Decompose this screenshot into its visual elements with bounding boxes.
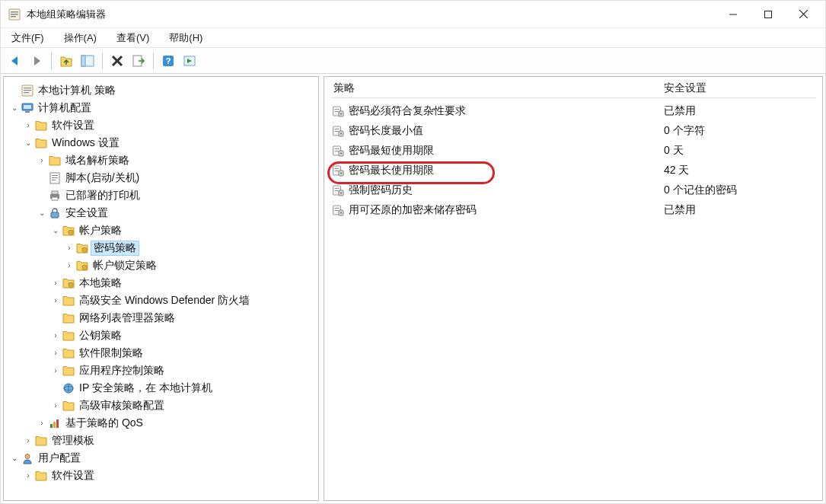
tree-label: 网络列表管理器策略 <box>78 311 177 325</box>
expand-toggle[interactable]: › <box>49 330 62 342</box>
tree-label: 域名解析策略 <box>64 154 131 167</box>
expand-toggle[interactable]: › <box>22 120 34 132</box>
tree-root[interactable]: 本地计算机 策略 <box>5 81 317 99</box>
menu-view[interactable]: 查看(V) <box>112 30 154 46</box>
collapse-toggle[interactable]: ⌄ <box>8 102 21 114</box>
policy-value: 已禁用 <box>664 104 816 118</box>
tree-account-lockout[interactable]: › 帐户锁定策略 <box>5 257 317 274</box>
tree-label: 应用程序控制策略 <box>78 364 166 378</box>
up-button[interactable] <box>56 51 76 71</box>
tree-windows-settings[interactable]: ⌄ Windows 设置 <box>5 134 317 152</box>
folder-icon <box>48 154 62 167</box>
expand-toggle[interactable]: › <box>22 470 34 482</box>
delete-button[interactable] <box>107 51 127 71</box>
policy-row[interactable]: 密码必须符合复杂性要求已禁用 <box>330 101 816 121</box>
list-body: 密码必须符合复杂性要求已禁用密码长度最小值0 个字符密码最短使用期限0 天密码最… <box>330 101 816 220</box>
policy-row[interactable]: 密码最长使用期限42 天 <box>330 161 816 180</box>
policy-row[interactable]: 密码最短使用期限0 天 <box>330 141 816 161</box>
forward-button[interactable] <box>27 51 46 71</box>
svg-point-37 <box>25 454 30 458</box>
expand-toggle[interactable]: › <box>36 155 48 167</box>
svg-rect-30 <box>51 212 59 218</box>
folder-icon <box>62 346 75 360</box>
tree-advanced-audit[interactable]: › 高级审核策略配置 <box>5 397 317 414</box>
minimize-button[interactable] <box>716 3 751 26</box>
maximize-button[interactable] <box>751 3 786 26</box>
expand-toggle[interactable]: › <box>49 295 62 307</box>
tree-app-control[interactable]: › 应用程序控制策略 <box>5 362 317 379</box>
policy-value: 0 天 <box>664 144 816 158</box>
back-button[interactable] <box>5 51 25 71</box>
svg-rect-35 <box>53 422 56 428</box>
policy-value: 0 个记住的密码 <box>664 183 816 197</box>
policy-row[interactable]: 用可还原的加密来储存密码已禁用 <box>330 200 816 220</box>
tree-label: 帐户锁定策略 <box>91 259 158 273</box>
collapse-toggle[interactable]: ⌄ <box>36 207 48 219</box>
collapse-toggle[interactable]: ⌄ <box>22 137 34 149</box>
tree-account-policies[interactable]: ⌄ 帐户策略 <box>5 222 317 239</box>
tree-local-policies[interactable]: › 本地策略 <box>5 274 317 292</box>
tree-computer-config[interactable]: ⌄ 计算机配置 <box>5 99 317 116</box>
tree-deployed-printers[interactable]: 已部署的打印机 <box>5 187 317 204</box>
folder-icon <box>62 311 75 325</box>
tree-label: 本地计算机 策略 <box>37 84 117 97</box>
folder-shield-icon <box>62 224 75 238</box>
expand-toggle[interactable]: › <box>63 260 75 272</box>
policy-name: 密码最长使用期限 <box>349 164 664 177</box>
collapse-toggle[interactable]: ⌄ <box>49 225 62 237</box>
tree-network-list-manager[interactable]: 网络列表管理器策略 <box>5 309 317 327</box>
properties-button[interactable] <box>180 51 199 71</box>
window-title: 本地组策略编辑器 <box>27 8 716 21</box>
chart-icon <box>48 416 62 430</box>
folder-icon <box>62 399 75 413</box>
tree-software-settings[interactable]: › 软件设置 <box>5 116 317 134</box>
expand-toggle[interactable]: › <box>49 365 62 377</box>
tree-password-policy[interactable]: › 密码策略 <box>5 239 317 257</box>
expand-toggle[interactable]: › <box>49 400 62 412</box>
svg-text:?: ? <box>166 56 171 65</box>
window-controls <box>716 3 821 26</box>
tree-user-software-settings[interactable]: › 软件设置 <box>5 467 317 484</box>
svg-rect-34 <box>50 424 53 428</box>
column-header-setting[interactable]: 安全设置 <box>664 81 816 95</box>
export-list-button[interactable] <box>129 51 148 71</box>
expand-toggle[interactable]: › <box>36 417 48 429</box>
tree-label: 软件设置 <box>50 119 96 132</box>
svg-rect-44 <box>335 129 340 129</box>
tree-admin-templates[interactable]: › 管理模板 <box>5 432 317 449</box>
policy-row[interactable]: 密码长度最小值0 个字符 <box>330 121 816 141</box>
tree-scripts[interactable]: 脚本(启动/关机) <box>5 169 317 187</box>
menu-help[interactable]: 帮助(H) <box>164 30 207 46</box>
list-panel[interactable]: 策略 安全设置 密码必须符合复杂性要求已禁用密码长度最小值0 个字符密码最短使用… <box>324 76 823 501</box>
tree-policy-qos[interactable]: › 基于策略的 QoS <box>5 414 317 432</box>
tree-user-config[interactable]: ⌄ 用户配置 <box>5 449 317 467</box>
folder-shield-icon <box>62 276 75 290</box>
svg-point-57 <box>340 173 342 174</box>
policy-item-icon <box>330 145 346 157</box>
tree-security-settings[interactable]: ⌄ 安全设置 <box>5 204 317 222</box>
menu-file[interactable]: 文件(F) <box>7 30 49 46</box>
svg-rect-59 <box>335 188 340 189</box>
expand-toggle[interactable]: › <box>63 242 75 254</box>
policy-tree[interactable]: 本地计算机 策略 ⌄ 计算机配置 › 软件设置 ⌄ Windows 设置 › 域 <box>5 81 317 484</box>
collapse-toggle[interactable]: ⌄ <box>8 452 21 464</box>
show-hide-tree-button[interactable] <box>78 51 97 71</box>
svg-rect-21 <box>24 105 31 109</box>
tree-defender-firewall[interactable]: › 高级安全 Windows Defender 防火墙 <box>5 292 317 309</box>
policy-row[interactable]: 强制密码历史0 个记住的密码 <box>330 180 816 200</box>
policy-value: 已禁用 <box>664 203 816 217</box>
help-button[interactable]: ? <box>158 51 178 71</box>
blank-toggle <box>36 172 48 184</box>
expand-toggle[interactable]: › <box>22 435 34 447</box>
tree-panel[interactable]: 本地计算机 策略 ⌄ 计算机配置 › 软件设置 ⌄ Windows 设置 › 域 <box>3 76 319 501</box>
tree-ip-security[interactable]: IP 安全策略，在 本地计算机 <box>5 379 317 397</box>
tree-public-key-policies[interactable]: › 公钥策略 <box>5 327 317 344</box>
expand-toggle[interactable]: › <box>49 347 62 359</box>
computer-icon <box>21 101 34 115</box>
close-button[interactable] <box>786 3 821 26</box>
tree-name-resolution[interactable]: › 域名解析策略 <box>5 152 317 169</box>
menu-action[interactable]: 操作(A) <box>59 30 101 46</box>
expand-toggle[interactable]: › <box>49 277 62 289</box>
column-header-policy[interactable]: 策略 <box>330 81 664 95</box>
tree-software-restriction[interactable]: › 软件限制策略 <box>5 344 317 362</box>
